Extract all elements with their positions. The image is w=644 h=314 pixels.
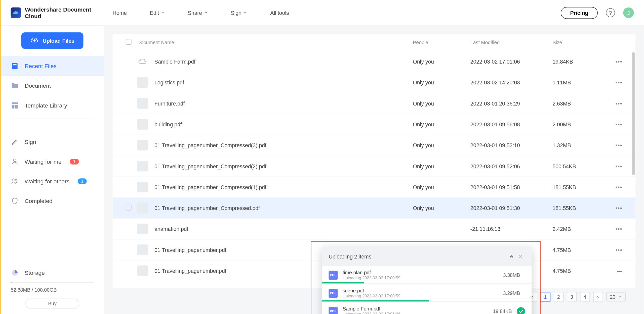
user-avatar[interactable]: J [623, 7, 634, 18]
table-row[interactable]: 01 Travelling_pagenumber_Compressed(3).p… [112, 135, 635, 156]
table-row[interactable]: 01 Travelling_pagenumber_Compressed(2).p… [112, 156, 635, 177]
row-more-icon[interactable]: ••• [616, 121, 622, 127]
file-thumbnail-icon [137, 182, 148, 192]
nav-share-label: Share [188, 10, 202, 16]
file-people: Only you [413, 79, 470, 85]
file-name: Furniture.pdf [154, 100, 185, 106]
file-name: 01 Travelling_pagenumber_Compressed(1).p… [154, 184, 266, 190]
sidebar-separator [11, 119, 94, 119]
storage-progress-bar [11, 282, 94, 283]
file-modified: 2022-03-01 09:56:08 [470, 121, 553, 127]
nav-edit[interactable]: Edit [150, 10, 165, 16]
page-size-select[interactable]: 20 [606, 292, 626, 301]
file-size: 181.55KB [552, 205, 606, 211]
page-next-button[interactable]: › [593, 292, 603, 302]
page-number-button[interactable]: 1 [540, 292, 550, 302]
shield-check-icon [11, 197, 19, 205]
row-more-icon[interactable]: ••• [616, 100, 622, 106]
pricing-button[interactable]: Pricing [561, 7, 598, 19]
upload-progress-panel: Uploading 2 items PDFtime plan.pdfUpload… [322, 247, 532, 314]
file-name: 01 Travelling_pagenumber_Compressed.pdf [154, 205, 260, 211]
nav-edit-label: Edit [150, 10, 159, 16]
col-name-header[interactable]: Document Name [137, 40, 413, 45]
page-number-button[interactable]: 3 [567, 292, 577, 302]
nav-alltools[interactable]: All tools [270, 10, 289, 16]
svg-point-6 [13, 159, 16, 162]
col-modified-header[interactable]: Last Modified [470, 40, 553, 45]
select-all-checkbox[interactable] [126, 39, 132, 45]
upload-label: Upload Files [43, 37, 74, 43]
file-modified: 2022-03-01 09:52:06 [470, 163, 553, 169]
sidebar-item-template[interactable]: Template Library [1, 95, 104, 115]
nav-share[interactable]: Share [188, 10, 208, 16]
chevron-down-icon [161, 11, 165, 15]
file-people: Only you [413, 59, 470, 65]
upload-files-button[interactable]: Upload Files [21, 32, 84, 49]
table-row[interactable]: Sample Form.pdfOnly you2022-03-02 17:01:… [112, 51, 635, 72]
file-modified: 2022-03-02 17:01:06 [470, 59, 553, 65]
file-thumbnail-icon [137, 203, 148, 213]
row-more-icon[interactable]: ••• [616, 79, 622, 85]
sidebar-item-label: Waiting for me [25, 158, 62, 165]
users-icon [11, 177, 19, 185]
upload-file-name: Sample Form.pdf [343, 306, 493, 312]
sidebar-item-document[interactable]: Document [1, 76, 104, 95]
row-more-icon[interactable]: ••• [616, 205, 622, 211]
file-modified: -21 11:16:13 [470, 226, 553, 232]
file-thumbnail-icon [137, 244, 148, 255]
table-header: Document Name People Last Modified Size [112, 34, 635, 51]
table-row[interactable]: Furniture.pdfOnly you2022-03-01 20:36:29… [112, 93, 635, 114]
scrollbar[interactable] [632, 52, 635, 175]
pie-chart-icon [11, 269, 19, 277]
file-size: 19.84KB [552, 59, 606, 65]
file-name: 01 Travelling_pagenumber_Compressed(2).p… [154, 163, 266, 169]
upload-file-size: 3.29MB [503, 290, 520, 296]
row-more-icon[interactable]: ••• [616, 226, 622, 232]
close-panel-button[interactable] [516, 252, 525, 261]
row-more-icon[interactable]: ••• [616, 163, 622, 169]
file-modified: 2022-03-01 20:36:29 [470, 100, 553, 106]
file-modified: 2022-03-01 09:51:30 [470, 205, 553, 211]
table-row[interactable]: Logistics.pdfOnly you2022-03-02 14:20:03… [112, 72, 635, 93]
sidebar-item-waiting-others[interactable]: Waiting for others 1 [1, 172, 104, 191]
buy-storage-button[interactable]: Buy [25, 299, 79, 308]
col-size-header[interactable]: Size [552, 40, 606, 45]
main-content: Document Name People Last Modified Size … [104, 26, 644, 314]
col-people-header[interactable]: People [413, 40, 470, 45]
upload-file-size: 19.84KB [493, 308, 512, 314]
row-more-icon[interactable]: ••• [616, 184, 622, 190]
table-row[interactable]: anamation.pdf-21 11:16:132.42MB••• [112, 219, 635, 239]
cloud-icon [137, 56, 148, 67]
page-number-button[interactable]: 4 [580, 292, 590, 302]
sidebar-item-completed[interactable]: Completed [1, 191, 104, 211]
nav-home[interactable]: Home [112, 10, 127, 16]
file-people: Only you [413, 121, 470, 127]
nav-sign[interactable]: Sign [231, 10, 247, 16]
brand-block[interactable]: Wondershare Document Cloud [11, 6, 104, 19]
file-people: Only you [413, 184, 470, 190]
user-icon [11, 158, 19, 166]
file-name: 01 Travelling_pagenumber.pdf [154, 268, 226, 274]
sidebar-item-recent[interactable]: Recent Files [1, 56, 104, 76]
page-number-button[interactable]: 2 [554, 292, 564, 302]
sidebar: Upload Files Recent Files Document Templ… [1, 26, 104, 314]
table-row[interactable]: 01 Travelling_pagenumber_Compressed.pdfO… [112, 198, 635, 219]
table-row[interactable]: building.pdfOnly you2022-03-01 09:56:082… [112, 114, 635, 135]
pdf-badge-icon: PDF [329, 271, 338, 280]
sidebar-item-label: Sign [25, 139, 36, 145]
nav-sign-label: Sign [231, 10, 242, 16]
row-more-icon[interactable]: ••• [616, 59, 622, 65]
collapse-panel-button[interactable] [507, 252, 516, 261]
help-icon[interactable]: ? [606, 8, 615, 17]
row-more-icon[interactable]: ••• [616, 142, 622, 148]
upload-status-text: Uploading 2022-03-02 17:01:06 [343, 312, 493, 314]
row-more-icon[interactable]: ••• [616, 247, 622, 253]
upload-panel-title: Uploading 2 items [329, 253, 371, 259]
table-row[interactable]: 01 Travelling_pagenumber_Compressed(1).p… [112, 177, 635, 198]
sidebar-item-sign[interactable]: Sign [1, 132, 104, 152]
sidebar-item-waiting-me[interactable]: Waiting for me 1 [1, 152, 104, 171]
file-modified: 2022-03-01 09:52:10 [470, 142, 553, 148]
upload-file-name: time plan.pdf [343, 270, 503, 276]
file-size: 4.75MB [552, 247, 606, 253]
row-checkbox[interactable] [126, 204, 132, 210]
